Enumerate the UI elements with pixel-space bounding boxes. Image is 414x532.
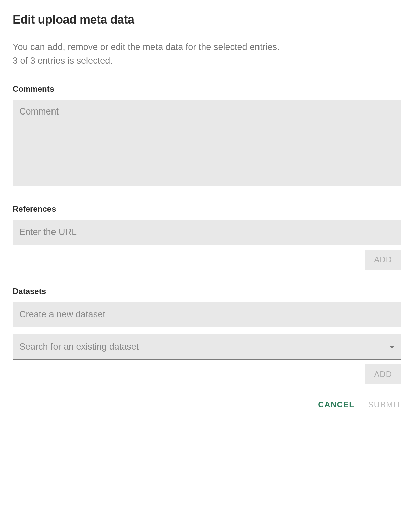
header-divider [13, 77, 401, 77]
description-line-1: You can add, remove or edit the meta dat… [13, 40, 401, 54]
datasets-button-row: ADD [13, 364, 401, 384]
submit-button[interactable]: SUBMIT [368, 400, 401, 409]
chevron-down-icon [389, 346, 395, 348]
dialog-title: Edit upload meta data [13, 13, 401, 27]
cancel-button[interactable]: CANCEL [318, 400, 354, 409]
comments-section: Comments [13, 84, 401, 187]
references-section: References ADD [13, 204, 401, 270]
comments-label: Comments [13, 84, 401, 94]
datasets-search-select[interactable]: Search for an existing dataset [13, 334, 401, 360]
references-url-input[interactable] [13, 220, 401, 245]
datasets-add-button[interactable]: ADD [365, 364, 401, 384]
datasets-create-input[interactable] [13, 302, 401, 327]
references-button-row: ADD [13, 250, 401, 270]
comments-textarea[interactable] [13, 100, 401, 186]
description-line-2: 3 of 3 entries is selected. [13, 54, 401, 68]
datasets-section: Datasets Search for an existing dataset … [13, 287, 401, 384]
references-label: References [13, 204, 401, 214]
footer-divider [13, 390, 401, 390]
datasets-label: Datasets [13, 287, 401, 296]
datasets-search-placeholder: Search for an existing dataset [19, 341, 139, 352]
dialog-actions: CANCEL SUBMIT [13, 400, 401, 409]
references-add-button[interactable]: ADD [365, 250, 401, 270]
dialog-description: You can add, remove or edit the meta dat… [13, 40, 401, 67]
